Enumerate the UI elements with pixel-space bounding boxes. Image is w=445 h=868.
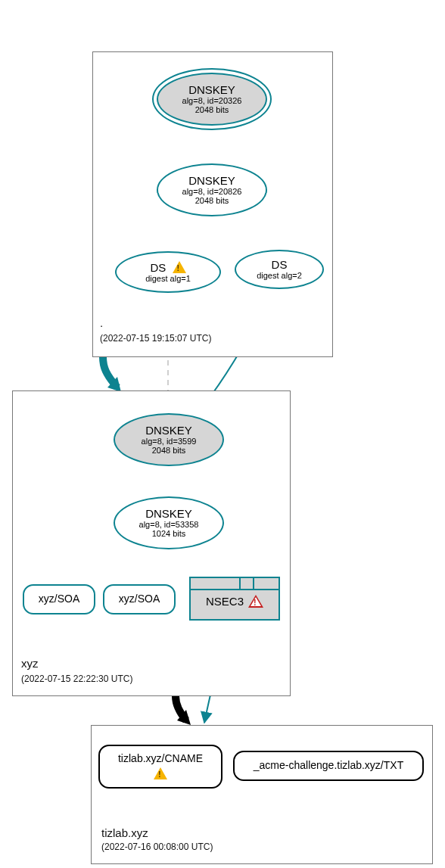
node-xyz-zsk-l2: alg=8, id=53358 (139, 520, 199, 529)
node-xyz-soa2-title: xyz/SOA (119, 593, 160, 605)
node-ds1-l2: digest alg=1 (145, 274, 191, 283)
node-xyz-soa1-title: xyz/SOA (39, 593, 79, 605)
node-xyz-ksk: DNSKEY alg=8, id=3599 2048 bits (114, 413, 224, 466)
node-xyz-zsk-l3: 1024 bits (152, 529, 186, 538)
zone-tizlab-label: tizlab.xyz (101, 826, 148, 839)
node-xyz-soa2: xyz/SOA (103, 584, 176, 614)
node-root-zsk: DNSKEY alg=8, id=20826 2048 bits (157, 163, 267, 216)
zone-xyz-label: xyz (21, 657, 39, 670)
node-xyz-ksk-title: DNSKEY (145, 425, 192, 437)
node-root-ksk: DNSKEY alg=8, id=20326 2048 bits (157, 73, 267, 126)
node-root-zsk-title: DNSKEY (188, 175, 235, 188)
node-ds1: DS digest alg=1 (115, 251, 221, 293)
node-xyz-ksk-l2: alg=8, id=3599 (142, 437, 197, 446)
zone-xyz-date: (2022-07-15 22:22:30 UTC) (21, 674, 132, 684)
node-ds1-title: DS (150, 261, 185, 275)
node-nsec3-title: NSEC3 (206, 595, 244, 608)
node-xyz-zsk: DNSKEY alg=8, id=53358 1024 bits (114, 496, 224, 549)
node-nsec3-tabs (191, 578, 279, 590)
node-txt: _acme-challenge.tizlab.xyz/TXT (233, 751, 424, 781)
warning-icon (173, 261, 186, 273)
error-icon (248, 595, 263, 608)
node-root-zsk-l2: alg=8, id=20826 (182, 187, 242, 196)
diagram-canvas: { "zones": { "root": { "label": ".", "ti… (0, 0, 445, 868)
zone-root-label: . (100, 316, 103, 329)
node-root-zsk-l3: 2048 bits (195, 196, 229, 205)
node-nsec3: NSEC3 (189, 577, 280, 621)
node-root-ksk-l2: alg=8, id=20326 (182, 96, 242, 105)
node-ds1-title-text: DS (150, 261, 166, 274)
node-ds2-title: DS (272, 259, 288, 272)
node-ds2: DS digest alg=2 (235, 250, 324, 289)
node-cname-title: tizlab.xyz/CNAME (118, 753, 203, 764)
node-xyz-ksk-l3: 2048 bits (152, 446, 186, 455)
node-xyz-zsk-title: DNSKEY (145, 508, 192, 521)
node-xyz-soa1: xyz/SOA (23, 584, 95, 614)
node-root-ksk-l3: 2048 bits (195, 105, 229, 114)
node-txt-title: _acme-challenge.tizlab.xyz/TXT (254, 760, 403, 771)
node-nsec3-body: NSEC3 (191, 590, 279, 614)
zone-root-date: (2022-07-15 19:15:07 UTC) (100, 333, 211, 344)
node-cname: tizlab.xyz/CNAME (98, 745, 222, 789)
node-root-ksk-title: DNSKEY (188, 84, 235, 97)
zone-tizlab-date: (2022-07-16 00:08:00 UTC) (101, 842, 213, 852)
node-ds2-l2: digest alg=2 (257, 271, 302, 280)
warning-icon (154, 767, 167, 779)
